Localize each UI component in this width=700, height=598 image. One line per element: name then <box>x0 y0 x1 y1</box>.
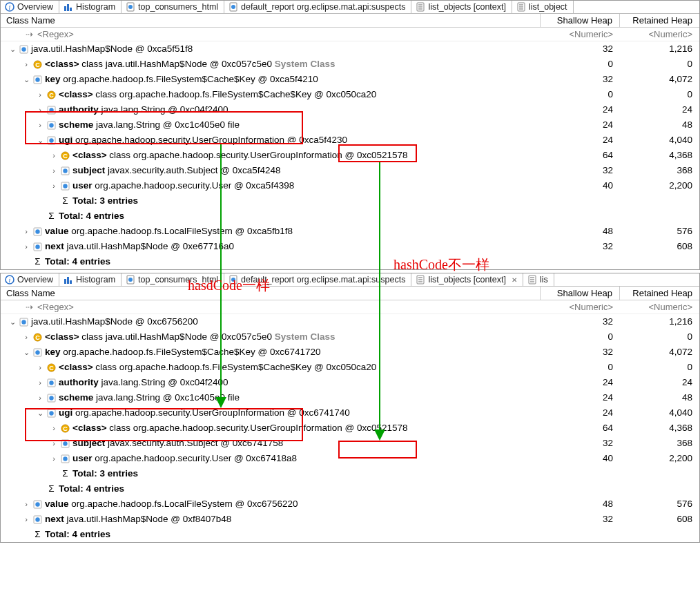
shallow-heap: 32 <box>541 239 620 254</box>
tree-row[interactable]: ΣTotal: 4 entries <box>1 527 699 542</box>
chevron-down-icon[interactable]: ⌄ <box>8 314 17 329</box>
filter-retained[interactable]: <Numeric> <box>620 28 699 41</box>
retained-heap: 0 <box>620 360 699 375</box>
chevron-down-icon[interactable]: ⌄ <box>21 72 31 87</box>
tree-row[interactable]: ›subject javax.security.auth.Subject @ 0… <box>1 436 699 451</box>
tabbar-bottom: iOverviewHistogramtop_consumers_htmldefa… <box>1 273 699 287</box>
row-label: next java.util.HashMap$Node @ 0xe67716a0 <box>45 239 234 254</box>
tree-row[interactable]: ›user org.apache.hadoop.security.User @ … <box>1 451 699 466</box>
tree-row[interactable]: ›user org.apache.hadoop.security.User @ … <box>1 178 699 193</box>
tree-row[interactable]: ΣTotal: 4 entries <box>1 209 699 224</box>
chevron-right-icon[interactable]: › <box>21 224 31 239</box>
retained-heap: 24 <box>620 375 699 390</box>
tree-row[interactable]: ⌄ugi org.apache.hadoop.security.UserGrou… <box>1 405 699 421</box>
chevron-right-icon[interactable]: › <box>21 57 31 72</box>
chevron-down-icon[interactable]: ⌄ <box>35 133 45 148</box>
chevron-right-icon[interactable]: › <box>35 87 45 102</box>
chevron-down-icon[interactable]: ⌄ <box>35 405 45 421</box>
tree-row[interactable]: ›C<class> class org.apache.hadoop.securi… <box>1 421 699 436</box>
tab-histogram[interactable]: Histogram <box>59 1 121 13</box>
svg-point-22 <box>35 77 39 81</box>
tree-row[interactable]: ›scheme java.lang.String @ 0xc1c405e0 fi… <box>1 117 699 133</box>
tree-row[interactable]: ›authority java.lang.String @ 0xc04f2400… <box>1 375 699 390</box>
shallow-heap: 32 <box>541 345 620 360</box>
svg-point-6 <box>128 5 133 9</box>
chevron-down-icon[interactable]: ⌄ <box>21 345 31 360</box>
object-icon <box>46 408 57 418</box>
tree-row[interactable]: ›C<class> class org.apache.hadoop.fs.Fil… <box>1 87 699 102</box>
tree-row[interactable]: ›C<class> class org.apache.hadoop.securi… <box>1 148 699 163</box>
tab-list-object[interactable]: list_object <box>512 1 574 13</box>
tab-histogram[interactable]: Histogram <box>59 273 121 286</box>
chevron-right-icon[interactable]: › <box>49 178 59 193</box>
filter-regex[interactable]: <Regex> <box>37 29 74 39</box>
tab-top-consumers-html[interactable]: top_consumers_html <box>121 1 224 13</box>
chevron-right-icon[interactable]: › <box>49 421 59 436</box>
close-icon[interactable]: ✕ <box>512 276 517 284</box>
tree-row[interactable]: ›next java.util.HashMap$Node @ 0xe67716a… <box>1 239 699 254</box>
tree-row[interactable]: ›value org.apache.hadoop.fs.LocalFileSys… <box>1 496 699 512</box>
filter-shallow[interactable]: <Numeric> <box>541 28 620 41</box>
chevron-right-icon[interactable]: › <box>35 390 45 405</box>
tree-row[interactable]: ΣTotal: 4 entries <box>1 254 699 269</box>
tree-row[interactable]: ΣTotal: 3 entries <box>1 466 699 481</box>
header-class-name[interactable]: Class Name <box>1 14 541 27</box>
svg-point-67 <box>49 380 53 385</box>
tab-list-objects-context-[interactable]: list_objects [context] <box>411 1 512 13</box>
chevron-right-icon[interactable]: › <box>21 496 31 512</box>
chevron-right-icon[interactable]: › <box>49 436 59 451</box>
tree-row[interactable]: ›subject javax.security.auth.Subject @ 0… <box>1 163 699 178</box>
retained-heap: 4,072 <box>620 345 699 360</box>
tree-row[interactable]: ›next java.util.HashMap$Node @ 0xf8407b4… <box>1 512 699 527</box>
filter-shallow[interactable]: <Numeric> <box>541 300 620 314</box>
chevron-right-icon[interactable]: › <box>35 360 45 375</box>
svg-point-40 <box>35 244 39 249</box>
header-shallow[interactable]: Shallow Heap <box>541 287 620 300</box>
shallow-heap: 24 <box>541 117 620 133</box>
chevron-right-icon[interactable]: › <box>35 375 45 390</box>
tab-default-report-org-eclipse-mat-api-suspects[interactable]: default_report org.eclipse.mat.api:suspe… <box>224 1 411 13</box>
chevron-right-icon[interactable]: › <box>21 329 31 345</box>
chevron-right-icon[interactable]: › <box>49 148 59 163</box>
tree-row[interactable]: ›C<class> class java.util.HashMap$Node @… <box>1 57 699 72</box>
retained-heap: 368 <box>620 163 699 178</box>
class-icon: C <box>46 363 57 373</box>
shallow-heap: 0 <box>541 360 620 375</box>
chevron-right-icon[interactable]: › <box>35 117 45 133</box>
tab-lis[interactable]: lis <box>523 273 554 286</box>
chevron-right-icon[interactable]: › <box>21 239 31 254</box>
chevron-right-icon[interactable]: › <box>35 102 45 117</box>
tab-default-report-org-eclipse-mat-api-suspects[interactable]: default_report org.eclipse.mat.api:suspe… <box>224 273 411 286</box>
chevron-down-icon[interactable]: ⌄ <box>8 41 17 57</box>
filter-regex[interactable]: <Regex> <box>37 302 74 312</box>
tree-row[interactable]: ›C<class> class java.util.HashMap$Node @… <box>1 329 699 345</box>
header-class-name[interactable]: Class Name <box>1 287 541 300</box>
tree-row[interactable]: ΣTotal: 3 entries <box>1 193 699 209</box>
filter-retained[interactable]: <Numeric> <box>620 300 699 314</box>
info-icon: i <box>5 2 14 12</box>
tree-row[interactable]: ⌄ugi org.apache.hadoop.security.UserGrou… <box>1 133 699 148</box>
tree-row[interactable]: ⌄java.util.HashMap$Node @ 0xc6756200321,… <box>1 314 699 329</box>
header-shallow[interactable]: Shallow Heap <box>541 14 620 27</box>
doc-icon <box>126 275 135 284</box>
tree-row[interactable]: ›authority java.lang.String @ 0xc04f2400… <box>1 102 699 117</box>
tree-row[interactable]: ›scheme java.lang.String @ 0xc1c405e0 fi… <box>1 390 699 405</box>
tab-top-consumers-html[interactable]: top_consumers_html <box>121 273 224 286</box>
chevron-right-icon[interactable]: › <box>21 512 31 527</box>
header-retained[interactable]: Retained Heap <box>620 287 699 300</box>
tree-row[interactable]: ⌄java.util.HashMap$Node @ 0xca5f51f8321,… <box>1 41 699 57</box>
svg-rect-2 <box>64 6 66 11</box>
tab-overview[interactable]: iOverview <box>1 1 59 13</box>
tree-row[interactable]: ⌄key org.apache.hadoop.fs.FileSystem$Cac… <box>1 72 699 87</box>
header-retained[interactable]: Retained Heap <box>620 14 699 27</box>
shallow-heap: 0 <box>541 87 620 102</box>
tree-row[interactable]: ›value org.apache.hadoop.fs.LocalFileSys… <box>1 224 699 239</box>
chevron-right-icon[interactable]: › <box>49 163 59 178</box>
tree-row[interactable]: ⌄key org.apache.hadoop.fs.FileSystem$Cac… <box>1 345 699 360</box>
tree-row[interactable]: ΣTotal: 4 entries <box>1 481 699 496</box>
tab-list-objects-context-[interactable]: list_objects [context]✕ <box>411 273 523 286</box>
chevron-right-icon[interactable]: › <box>49 451 59 466</box>
retained-heap: 4,040 <box>620 405 699 421</box>
tab-overview[interactable]: iOverview <box>1 273 59 286</box>
tree-row[interactable]: ›C<class> class org.apache.hadoop.fs.Fil… <box>1 360 699 375</box>
